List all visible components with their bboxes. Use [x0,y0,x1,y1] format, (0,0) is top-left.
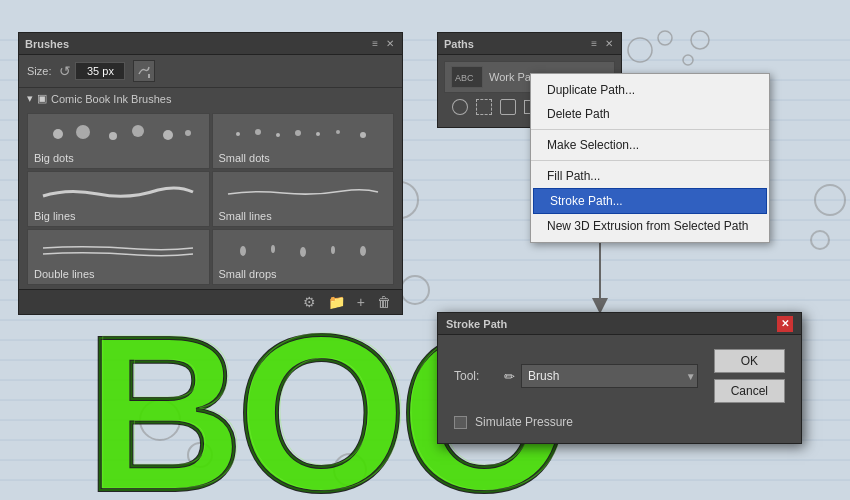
tool-select[interactable]: Brush [521,364,698,388]
context-separator-1 [531,129,769,130]
dialog-header: Stroke Path ✕ [438,313,801,335]
brush-grid: Big dots Small dots [19,109,402,289]
context-item-stroke-path[interactable]: Stroke Path... [533,188,767,214]
reset-size-icon[interactable]: ↺ [59,63,71,79]
svg-point-47 [255,129,261,135]
context-item-fill-path[interactable]: Fill Path... [531,164,769,188]
brush-stroke-preview-4 [213,180,394,204]
new-brush-icon[interactable]: + [354,294,368,310]
cancel-button[interactable]: Cancel [714,379,785,403]
dialog-close-button[interactable]: ✕ [777,316,793,332]
brush-options-icon[interactable]: ⚙ [300,294,319,310]
group-folder-icon: ▣ [37,92,47,105]
svg-point-53 [240,246,246,256]
svg-point-41 [76,125,90,139]
brushes-footer: ⚙ 📁 + 🗑 [19,289,402,314]
brush-name-small-dots: Small dots [219,152,388,164]
brush-mode-btn[interactable] [133,60,155,82]
svg-point-46 [236,132,240,136]
tool-select-wrap: ✏ Brush ▼ [504,364,696,388]
stroke-path-icon[interactable] [476,99,492,115]
paths-panel-header: Paths ≡ ✕ [438,33,621,55]
brush-item-big-lines[interactable]: Big lines [27,171,210,227]
brush-stroke-preview [28,122,209,146]
panel-header-controls: ≡ ✕ [370,38,396,49]
brush-item-small-lines[interactable]: Small lines [212,171,395,227]
svg-point-51 [336,130,340,134]
brush-stroke-preview-6 [213,238,394,262]
svg-point-55 [300,247,306,257]
brush-item-double-lines[interactable]: Double lines [27,229,210,285]
brush-name-big-dots: Big dots [34,152,203,164]
path-thumbnail: ABC [451,66,483,88]
brush-item-small-dots[interactable]: Small dots [212,113,395,169]
svg-point-48 [276,133,280,137]
paths-panel-menu-btn[interactable]: ≡ [589,38,599,49]
svg-point-44 [163,130,173,140]
brush-stroke-preview-5 [28,238,209,262]
svg-point-49 [295,130,301,136]
svg-rect-39 [148,74,150,78]
brush-name-big-lines: Big lines [34,210,203,222]
brush-group-name: Comic Book Ink Brushes [51,93,171,105]
context-separator-2 [531,160,769,161]
size-input[interactable] [75,62,125,80]
panel-collapse-btn[interactable]: ≡ [370,38,380,49]
brush-name-double-lines: Double lines [34,268,203,280]
svg-point-54 [271,245,275,253]
dialog-checkbox-row: Simulate Pressure [454,415,785,429]
tool-label: Tool: [454,369,494,383]
dialog-button-col: OK Cancel [714,349,785,403]
brush-stroke-preview-3 [28,180,209,204]
svg-point-45 [185,130,191,136]
brushes-panel-header: Brushes ≡ ✕ [19,33,402,55]
brush-name-small-lines: Small lines [219,210,388,222]
stroke-path-dialog: Stroke Path ✕ Tool: ✏ Brush ▼ OK Cancel … [437,312,802,444]
delete-brush-icon[interactable]: 🗑 [374,294,394,310]
brush-tool-icon: ✏ [504,369,515,384]
simulate-pressure-checkbox[interactable] [454,416,467,429]
brush-group-header[interactable]: ▾ ▣ Comic Book Ink Brushes [19,88,402,109]
brushes-panel: Brushes ≡ ✕ Size: ↺ ▾ ▣ Comic Book Ink B… [18,32,403,315]
svg-point-57 [360,246,366,256]
brushes-toolbar: Size: ↺ [19,55,402,88]
context-item-new-3d[interactable]: New 3D Extrusion from Selected Path [531,214,769,238]
paths-panel-close-btn[interactable]: ✕ [603,38,615,49]
load-as-selection-icon[interactable] [500,99,516,115]
svg-point-50 [316,132,320,136]
svg-point-43 [132,125,144,137]
brush-stroke-preview-2 [213,122,394,146]
svg-point-52 [360,132,366,138]
simulate-pressure-label: Simulate Pressure [475,415,573,429]
dialog-title: Stroke Path [446,318,507,330]
svg-point-56 [331,246,335,254]
panel-close-btn[interactable]: ✕ [384,38,396,49]
brushes-panel-title: Brushes [25,38,69,50]
context-item-delete-path[interactable]: Delete Path [531,102,769,126]
svg-point-40 [53,129,63,139]
brush-item-big-dots[interactable]: Big dots [27,113,210,169]
group-collapse-icon: ▾ [27,92,33,105]
brush-name-small-drops: Small drops [219,268,388,280]
size-label: Size: [27,65,51,77]
dialog-body: Tool: ✏ Brush ▼ OK Cancel Simulate Press… [438,335,801,443]
svg-point-42 [109,132,117,140]
ok-button[interactable]: OK [714,349,785,373]
paths-panel-controls: ≡ ✕ [589,38,615,49]
fill-path-icon[interactable] [452,99,468,115]
context-menu: Duplicate Path... Delete Path Make Selec… [530,73,770,243]
new-brush-folder-icon[interactable]: 📁 [325,294,348,310]
svg-text:ABC: ABC [455,73,474,83]
dialog-tool-row: Tool: ✏ Brush ▼ OK Cancel [454,349,785,403]
paths-panel-title: Paths [444,38,474,50]
brush-item-small-drops[interactable]: Small drops [212,229,395,285]
size-input-group: ↺ [59,62,125,80]
context-item-duplicate-path[interactable]: Duplicate Path... [531,78,769,102]
context-item-make-selection[interactable]: Make Selection... [531,133,769,157]
